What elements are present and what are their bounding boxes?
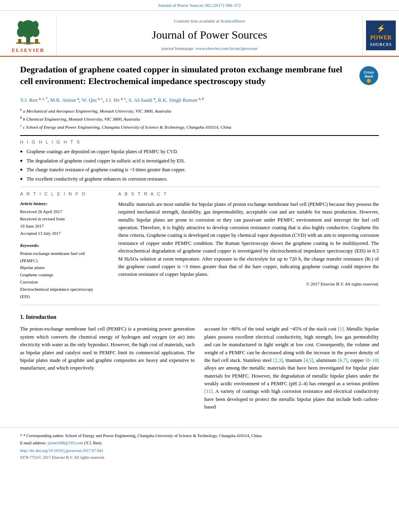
svg-point-13 [367,79,371,83]
journal-citation-text: Journal of Power Sources 362 (2017) 366–… [158,3,241,8]
journal-title: Journal of Power Sources [57,27,362,43]
ref-8-10[interactable]: [8–10] [366,357,379,363]
ref-6-7[interactable]: [6,7] [338,357,348,363]
footnote-star: * * Corresponding author. School of Ener… [20,433,379,439]
svg-text:Cross: Cross [364,70,374,74]
main-content: Degradation of graphene coated copper in… [0,57,399,415]
affiliation-a: a a Mechanical and Aerospace Engineering… [20,107,379,115]
highlight-4: The excellent conductivity of graphene e… [20,176,379,183]
highlights-heading: H I G H L I G H T S [20,139,379,146]
authors-line: Y.J. Ren a, c, *, M.R. Anisur a, W. Qiu … [20,96,379,104]
article-info-column: A R T I C L E I N F O Article history: R… [20,191,109,301]
elsevier-wordmark: ELSEVIER [12,47,45,54]
history-revised-label: Received in revised form [20,216,109,222]
author-6[interactable]: R.K. Singh Raman [158,97,197,103]
keywords-label: Keywords: [20,242,109,249]
page-footer: * * Corresponding author. School of Ener… [0,427,399,465]
abstract-column: A B S T R A C T Metallic materials are m… [118,191,379,301]
journal-citation-bar: Journal of Power Sources 362 (2017) 366–… [0,0,399,11]
keyword-4: Corrosion [20,279,109,286]
intro-right-para: account for ~80% of the total weight and… [204,325,379,411]
article-info-heading: A R T I C L E I N F O [20,191,109,197]
copyright-line: © 2017 Elsevier B.V. All rights reserved… [118,281,379,288]
introduction-heading: 1. Introduction [20,313,379,321]
ref-4-5[interactable]: [4,5] [304,357,313,363]
logo-sources-text: SOURCES [370,42,392,47]
journal-homepage-line: journal homepage: www.elsevier.com/locat… [57,45,362,52]
logo-icon: ⚡ [376,24,385,34]
affiliation-c: c c School of Energy and Power Engineeri… [20,123,379,131]
journal-logo-area: ⚡ POWER SOURCES [363,15,399,56]
keyword-3: Graphene coatings [20,272,109,278]
keyword-1b: (PEMFC) [20,258,109,264]
abstract-heading: A B S T R A C T [118,191,379,197]
svg-rect-5 [18,39,21,44]
section-divider-1 [20,187,379,187]
doi-link[interactable]: http://dx.doi.org/10.1016/j.jpowsour.201… [20,448,379,454]
history-received: Received 26 April 2017 [20,209,109,215]
keywords-section: Keywords: Proton exchange membrane fuel … [20,242,109,300]
ref-1[interactable]: [1] [338,326,344,332]
footnote-email: E-mail address: yjren1008@163.com (Y.J. … [20,440,379,446]
elsevier-logo: Elsevier ELSEVIER [12,17,45,54]
highlight-2: The degradation of graphene coated coppe… [20,158,379,164]
article-title-section: Degradation of graphene coated copper in… [20,64,379,91]
svg-text:Mark: Mark [364,74,373,78]
top-divider [20,135,379,136]
highlight-1: Graphene coatings are deposited on coppe… [20,148,379,155]
highlight-3: The charge transfer resistance of graphe… [20,166,379,173]
ref-2-3[interactable]: [2,3] [273,357,283,363]
author-1[interactable]: Y.J. Ren [20,97,37,103]
homepage-label: journal homepage: [161,46,194,51]
history-accepted: Accepted 13 July 2017 [20,230,109,237]
highlights-section: H I G H L I G H T S Graphene coatings ar… [20,139,379,183]
info-abstract-section: A R T I C L E I N F O Article history: R… [20,191,379,301]
affiliations: a a Mechanical and Aerospace Engineering… [20,107,379,131]
svg-rect-6 [35,39,38,44]
article-title: Degradation of graphene coated copper in… [20,64,359,87]
author-2[interactable]: M.R. Anisur [50,97,76,103]
history-revised-date: 19 June 2017 [20,223,109,230]
svg-text:Elsevier: Elsevier [24,42,33,45]
affiliation-b: b b Chemical Engineering, Monash Univers… [20,115,379,123]
keyword-5: Electrochemical impedance spectroscopy [20,286,109,293]
keyword-1: Proton exchange membrane fuel cell [20,251,109,257]
introduction-body: The proton-exchange membrane fuel cell (… [20,325,379,415]
svg-point-7 [18,21,24,29]
power-sources-logo: ⚡ POWER SOURCES [366,21,396,50]
keyword-2: Bipolar plates [20,265,109,271]
journal-header: Elsevier ELSEVIER Contents lists availab… [0,11,399,57]
journal-homepage-link[interactable]: www.elsevier.com/locate/jpowsour [195,46,257,51]
intro-left-column: The proton-exchange membrane fuel cell (… [20,325,195,415]
issn-line: 0378-7753/© 2017 Elsevier B.V. All right… [20,455,379,461]
elsevier-logo-area: Elsevier ELSEVIER [0,15,56,56]
keyword-5b: (EIS) [20,294,109,300]
journal-title-area: Contents lists available at ScienceDirec… [56,15,363,56]
intro-right-column: account for ~80% of the total weight and… [204,325,379,415]
history-label: Article history: [20,201,109,207]
abstract-text: Metallic materials are most suitable for… [118,201,379,279]
logo-power-text: POWER [370,34,392,42]
svg-point-8 [32,21,39,29]
sciencedirect-link[interactable]: ScienceDirect [220,18,245,23]
elsevier-tree-icon: Elsevier [12,17,44,45]
sciencedirect-line: Contents lists available at ScienceDirec… [57,18,362,25]
intro-left-para: The proton-exchange membrane fuel cell (… [20,325,195,372]
email-link[interactable]: yjren1008@163.com [47,441,83,445]
ref-11[interactable]: [11] [204,388,212,394]
section-divider-2 [20,305,379,305]
author-4[interactable]: J.J. He [105,97,119,103]
author-5[interactable]: S. Al-Saadi [129,97,152,103]
crossmark-badge-icon: Cross Mark [359,66,379,86]
author-3[interactable]: W. Qiu [82,97,97,103]
contents-list-text: Contents lists available at [174,18,219,23]
